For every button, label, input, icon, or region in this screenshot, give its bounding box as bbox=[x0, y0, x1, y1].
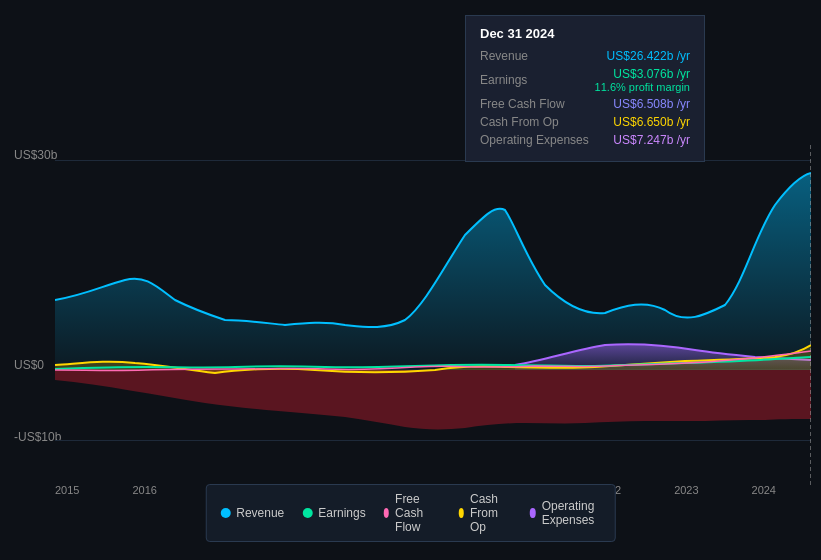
revenue-area bbox=[55, 173, 811, 370]
chart-container: Dec 31 2024 Revenue US$26.422b /yr Earni… bbox=[0, 0, 821, 560]
legend-item-cashfromop[interactable]: Cash From Op bbox=[459, 492, 513, 534]
tooltip-row-revenue: Revenue US$26.422b /yr bbox=[480, 49, 690, 63]
legend-item-earnings[interactable]: Earnings bbox=[302, 506, 365, 520]
tooltip-row-fcf: Free Cash Flow US$6.508b /yr bbox=[480, 97, 690, 111]
legend-item-revenue[interactable]: Revenue bbox=[220, 506, 284, 520]
x-label-2016: 2016 bbox=[132, 484, 156, 496]
neg-area bbox=[55, 370, 811, 429]
tooltip-label-earnings: Earnings bbox=[480, 73, 590, 87]
legend-label-revenue: Revenue bbox=[236, 506, 284, 520]
tooltip-value-earnings: US$3.076b /yr bbox=[595, 67, 690, 81]
chart-legend: Revenue Earnings Free Cash Flow Cash Fro… bbox=[205, 484, 616, 542]
legend-dot-fcf bbox=[384, 508, 389, 518]
tooltip-label-fcf: Free Cash Flow bbox=[480, 97, 590, 111]
tooltip-date: Dec 31 2024 bbox=[480, 26, 690, 41]
tooltip-label-revenue: Revenue bbox=[480, 49, 590, 63]
legend-dot-opex bbox=[530, 508, 535, 518]
x-label-2015: 2015 bbox=[55, 484, 79, 496]
legend-dot-revenue bbox=[220, 508, 230, 518]
tooltip-value-revenue: US$26.422b /yr bbox=[607, 49, 690, 63]
y-label-top: US$30b bbox=[14, 148, 57, 162]
tooltip-profit-margin: 11.6% profit margin bbox=[595, 81, 690, 93]
tooltip-value-fcf: US$6.508b /yr bbox=[613, 97, 690, 111]
y-label-mid: US$0 bbox=[14, 358, 44, 372]
legend-item-fcf[interactable]: Free Cash Flow bbox=[384, 492, 441, 534]
legend-label-cashfromop: Cash From Op bbox=[470, 492, 512, 534]
legend-dot-earnings bbox=[302, 508, 312, 518]
tooltip-value-cashfromop: US$6.650b /yr bbox=[613, 115, 690, 129]
x-label-2023: 2023 bbox=[674, 484, 698, 496]
legend-item-opex[interactable]: Operating Expenses bbox=[530, 499, 601, 527]
legend-label-fcf: Free Cash Flow bbox=[395, 492, 441, 534]
tooltip-box: Dec 31 2024 Revenue US$26.422b /yr Earni… bbox=[465, 15, 705, 162]
tooltip-row-earnings: Earnings US$3.076b /yr 11.6% profit marg… bbox=[480, 67, 690, 93]
legend-label-opex: Operating Expenses bbox=[542, 499, 601, 527]
chart-svg bbox=[55, 145, 811, 485]
x-label-2024: 2024 bbox=[752, 484, 776, 496]
legend-dot-cashfromop bbox=[459, 508, 464, 518]
tooltip-earnings-group: US$3.076b /yr 11.6% profit margin bbox=[595, 67, 690, 93]
tooltip-label-cashfromop: Cash From Op bbox=[480, 115, 590, 129]
tooltip-label-opex: Operating Expenses bbox=[480, 133, 590, 147]
tooltip-row-opex: Operating Expenses US$7.247b /yr bbox=[480, 133, 690, 147]
tooltip-row-cashfromop: Cash From Op US$6.650b /yr bbox=[480, 115, 690, 129]
legend-label-earnings: Earnings bbox=[318, 506, 365, 520]
tooltip-value-opex: US$7.247b /yr bbox=[613, 133, 690, 147]
